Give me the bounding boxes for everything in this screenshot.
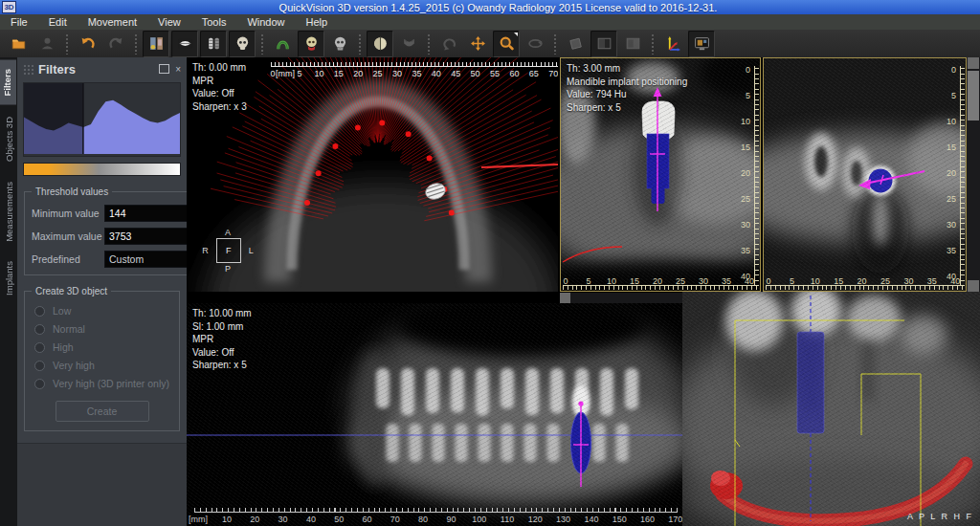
- display-settings-button[interactable]: [688, 31, 715, 57]
- ruler-label: 130: [556, 515, 570, 524]
- ruler-label: 160: [640, 515, 655, 524]
- menu-window[interactable]: Window: [236, 14, 295, 30]
- ruler-label: 15: [630, 276, 639, 286]
- brightness-sphere-button[interactable]: [367, 31, 393, 57]
- ruler-label: 70: [390, 515, 400, 524]
- ruler-label: 25: [880, 276, 890, 286]
- ruler-label: 40: [741, 272, 750, 281]
- window-title: QuickVision 3D version 1.4.25_2015 (c) O…: [16, 2, 980, 13]
- ruler-label: 35: [927, 276, 937, 286]
- ruler-label: 55: [490, 69, 500, 78]
- ruler-label: [mm]: [189, 515, 208, 524]
- predefined-label: Predefined: [32, 253, 104, 265]
- multi-layout-button[interactable]: [619, 31, 646, 57]
- float-panel-button[interactable]: [159, 64, 169, 76]
- ruler-label: 5: [790, 276, 794, 286]
- bone-3d-button[interactable]: [326, 31, 353, 57]
- open-file-button[interactable]: [5, 31, 32, 57]
- radio-label: High: [53, 341, 74, 353]
- undo-button[interactable]: [74, 31, 100, 57]
- radio-label: Very high (3D printer only): [53, 378, 169, 389]
- axial-mpr-view[interactable]: Th: 0.00 mm MPR Value: Off Sharpen: x 3 …: [187, 57, 558, 292]
- ruler-label: 30: [699, 276, 708, 286]
- ruler-label: 45: [451, 69, 460, 78]
- orientation-left: L: [249, 246, 254, 255]
- ceph-view-button[interactable]: [229, 31, 256, 57]
- ruler-label: 35: [947, 246, 956, 255]
- create-button[interactable]: Create: [56, 401, 149, 422]
- title-bar[interactable]: 3D QuickVision 3D version 1.4.25_2015 (c…: [0, 0, 980, 14]
- scroll-left-button[interactable]: [560, 293, 570, 303]
- threshold-gradient-bar: [23, 163, 181, 176]
- sidebar-tab-implants[interactable]: Implants: [2, 252, 16, 304]
- half-circle-icon: [372, 35, 389, 52]
- cross-section-view[interactable]: Th: 3.00 mm Mandible implant positioning…: [560, 57, 761, 292]
- menu-bar: FileEditMovementViewToolsWindowHelp: [0, 14, 980, 31]
- panoramic-view-button[interactable]: [171, 31, 198, 57]
- radio-high[interactable]: High: [34, 341, 172, 353]
- ruler-label: 10: [947, 117, 956, 126]
- menu-help[interactable]: Help: [296, 14, 339, 30]
- pan-cross-icon: [470, 35, 486, 52]
- ruler-label: 30: [392, 69, 402, 78]
- arch-3d-button[interactable]: [269, 31, 296, 57]
- histogram[interactable]: [23, 82, 181, 157]
- soft-tissue-3d-button[interactable]: [298, 31, 324, 57]
- ruler-label: 25: [741, 194, 750, 204]
- ruler-label: 25: [676, 276, 685, 286]
- radio-normal[interactable]: Normal: [34, 323, 172, 335]
- orientation-posterior: P: [196, 264, 259, 274]
- xyz-axes-icon: [665, 35, 681, 52]
- radio-very-high[interactable]: Very high: [34, 360, 172, 371]
- ruler-label: 15: [947, 142, 956, 152]
- ruler-label: 0: [766, 276, 770, 286]
- rotate-3d-button[interactable]: [522, 31, 548, 57]
- three-d-view[interactable]: A P L R H F: [682, 292, 980, 526]
- ruler-label: 100: [472, 515, 486, 524]
- create-3d-legend: Create 3D object: [32, 286, 111, 296]
- ruler-label: 35: [722, 276, 731, 286]
- radio-label: Low: [53, 305, 71, 317]
- sidebar-tab-objects-3d[interactable]: Objects 3D: [2, 108, 16, 170]
- scroll-thumb[interactable]: [968, 71, 979, 121]
- scroll-down-button[interactable]: [968, 280, 979, 292]
- zoom-button[interactable]: [493, 31, 520, 57]
- menu-file[interactable]: File: [0, 14, 38, 30]
- scroll-up-button[interactable]: [968, 57, 979, 69]
- panoramic-view[interactable]: Th: 10.00 mm Sl: 1.00 mm MPR Value: Off …: [187, 303, 682, 526]
- cross-sections-view-button[interactable]: [143, 31, 169, 57]
- menu-tools[interactable]: Tools: [191, 14, 237, 30]
- menu-view[interactable]: View: [147, 14, 191, 30]
- export-patient-button[interactable]: [33, 31, 60, 57]
- skull-color-icon: [303, 35, 320, 52]
- rotate-button[interactable]: [435, 31, 462, 57]
- implant-view-button[interactable]: [200, 31, 227, 57]
- radio-low[interactable]: Low: [34, 305, 172, 317]
- clip-plane-button[interactable]: [562, 31, 589, 57]
- jaw-segment-button[interactable]: [395, 31, 422, 57]
- close-panel-button[interactable]: ×: [175, 64, 181, 75]
- cross-right-ruler: 0510152025303540: [734, 66, 759, 286]
- toolbar-separator: [260, 33, 264, 55]
- skull-front-icon: [234, 35, 251, 52]
- axes-orientation-button[interactable]: [659, 31, 686, 57]
- pan-button[interactable]: [464, 31, 491, 57]
- menu-edit[interactable]: Edit: [38, 14, 78, 30]
- ruler-label: 20: [947, 168, 956, 178]
- cross-sections-icon: [148, 35, 165, 52]
- ruler-label: 20: [858, 276, 867, 286]
- ruler-label: 10: [741, 117, 750, 126]
- ruler-label: 20: [250, 515, 259, 524]
- toolbar-separator: [553, 33, 557, 55]
- redo-button[interactable]: [102, 31, 129, 57]
- radio-very-high-3d-printer-only-[interactable]: Very high (3D printer only): [34, 378, 172, 389]
- single-layout-button[interactable]: [590, 31, 617, 57]
- filters-panel-header[interactable]: Filters ×: [17, 57, 187, 79]
- radio-circle-icon: [34, 324, 45, 335]
- sidebar-tab-measurements[interactable]: Measurements: [2, 173, 16, 251]
- vertical-scrollbar[interactable]: [967, 57, 980, 292]
- sidebar-tab-filters[interactable]: Filters: [0, 60, 16, 105]
- axial-implant-view[interactable]: 0510152025303540 0510152025303540: [763, 57, 967, 292]
- menu-movement[interactable]: Movement: [78, 14, 147, 30]
- export-icon: [39, 35, 56, 52]
